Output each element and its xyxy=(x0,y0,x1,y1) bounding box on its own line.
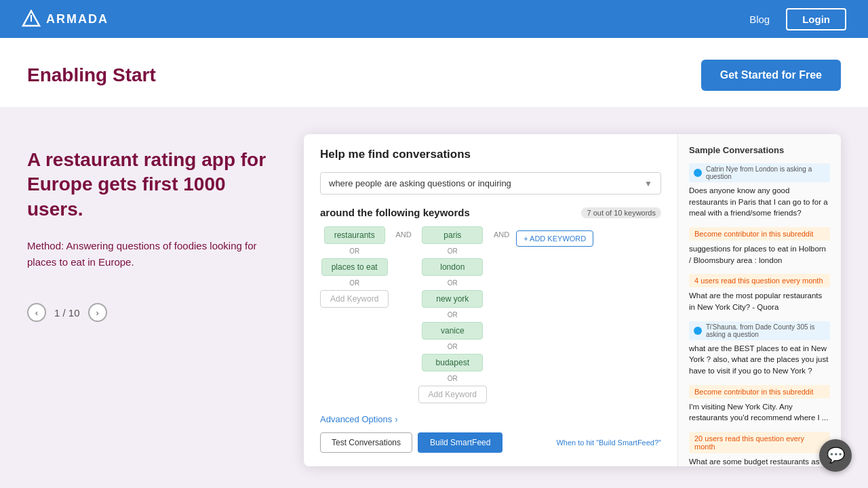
keyword-or: OR xyxy=(448,342,458,351)
nav-right: Blog Login xyxy=(749,8,846,30)
add-keyword-button[interactable]: + ADD KEYWORD xyxy=(516,230,593,247)
chevron-right-icon: › xyxy=(395,414,397,424)
chat-bubble[interactable]: 💬 xyxy=(819,439,852,472)
keywords-title: around the following keywords xyxy=(320,207,470,218)
source-label: Catrin Nye from London is asking a quest… xyxy=(706,165,825,180)
contribute-banner: Become contributor in this subreddit xyxy=(689,385,830,399)
add-keyword-col2[interactable]: Add Keyword xyxy=(418,386,487,403)
app-right-panel: Sample Conversations Catrin Nye from Lon… xyxy=(678,134,841,466)
keyword-or: OR xyxy=(349,279,359,287)
sample-question: What are some budget restaurants as a to… xyxy=(689,456,830,466)
pagination: ‹ 1 / 10 › xyxy=(27,303,271,322)
logo-icon xyxy=(22,9,41,28)
action-buttons: Test Conversations Build SmartFeed xyxy=(320,432,502,453)
sample-item: Become contributor in this subreddit I'm… xyxy=(689,385,830,424)
chat-icon: 💬 xyxy=(827,447,845,464)
keyword-chip[interactable]: places to eat xyxy=(321,258,388,276)
contribute-banner: 4 users read this question every month xyxy=(689,274,830,287)
keyword-or: OR xyxy=(448,247,458,256)
when-to-hit-link[interactable]: When to hit "Build SmartFeed?" xyxy=(556,439,661,447)
contribute-banner: Become contributor in this subreddit xyxy=(689,227,830,241)
logo-text: ARMADA xyxy=(46,12,108,26)
test-conversations-button[interactable]: Test Conversations xyxy=(320,432,412,453)
keyword-chip[interactable]: new york xyxy=(422,290,483,308)
sample-conversations-title: Sample Conversations xyxy=(689,145,830,155)
left-headline: A restaurant rating app for Europe gets … xyxy=(27,148,271,222)
pagination-label: 1 / 10 xyxy=(54,307,80,319)
contribute-banner: 20 users read this question every month xyxy=(689,432,830,453)
keyword-or: OR xyxy=(349,247,359,256)
source-label: Ti'Shauna. from Dade County 305 is askin… xyxy=(706,323,825,338)
main-content: A restaurant rating app for Europe gets … xyxy=(0,107,868,488)
build-smartfeed-button[interactable]: Build SmartFeed xyxy=(418,432,502,453)
keyword-chip[interactable]: london xyxy=(422,258,483,276)
app-title: Help me find conversations xyxy=(320,148,661,161)
keywords-badge: 7 out of 10 keywords xyxy=(581,207,661,218)
source-icon xyxy=(694,169,702,177)
sample-item: Ti'Shauna. from Dade County 305 is askin… xyxy=(689,321,830,377)
sample-question: Does anyone know any good restaurants in… xyxy=(689,185,830,219)
blog-link[interactable]: Blog xyxy=(749,14,770,25)
keyword-or: OR xyxy=(448,374,458,383)
sample-question: suggestions for places to eat in Holborn… xyxy=(689,243,830,266)
logo: ARMADA xyxy=(22,9,108,28)
keyword-and-connector: AND xyxy=(395,226,411,239)
keyword-and-connector-2: AND xyxy=(494,226,509,239)
sample-item: Become contributor in this subreddit sug… xyxy=(689,227,830,266)
sample-item: Catrin Nye from London is asking a quest… xyxy=(689,163,830,219)
sample-source: Catrin Nye from London is asking a quest… xyxy=(689,163,830,182)
left-panel: A restaurant rating app for Europe gets … xyxy=(27,134,271,322)
advanced-options-link[interactable]: Advanced Options › xyxy=(320,414,661,424)
sample-question: what are the BEST places to eat in New Y… xyxy=(689,343,830,377)
sample-question: What are the most popular restaurants in… xyxy=(689,290,830,312)
intent-dropdown-value: where people are asking questions or inq… xyxy=(329,178,511,188)
page-title: Enabling Start xyxy=(27,64,156,86)
keyword-chip[interactable]: restaurants xyxy=(324,226,385,244)
left-method: Method: Answering questions of foodies l… xyxy=(27,238,271,270)
app-left-panel: Help me find conversations where people … xyxy=(304,134,678,466)
keyword-or: OR xyxy=(448,279,458,287)
login-button[interactable]: Login xyxy=(786,8,846,30)
sample-items-list: Catrin Nye from London is asking a quest… xyxy=(689,163,830,466)
header-section: Enabling Start Get Started for Free xyxy=(0,38,868,107)
keyword-chip[interactable]: budapest xyxy=(422,354,483,371)
intent-dropdown[interactable]: where people are asking questions or inq… xyxy=(320,172,661,195)
sample-item: 4 users read this question every month W… xyxy=(689,274,830,312)
keyword-col-1: restaurants OR places to eat OR Add Keyw… xyxy=(320,226,389,308)
keyword-chip[interactable]: vanice xyxy=(422,322,483,340)
sample-question: I'm visiting New York City. Any restaura… xyxy=(689,401,830,424)
keyword-or: OR xyxy=(448,310,458,319)
keyword-chip[interactable]: paris xyxy=(422,226,483,244)
sample-item: 20 users read this question every month … xyxy=(689,432,830,466)
get-started-button[interactable]: Get Started for Free xyxy=(701,60,841,91)
app-footer: Test Conversations Build SmartFeed When … xyxy=(320,432,661,453)
pagination-prev[interactable]: ‹ xyxy=(27,303,46,322)
source-icon xyxy=(694,327,702,335)
sample-source: Ti'Shauna. from Dade County 305 is askin… xyxy=(689,321,830,340)
app-screenshot: Help me find conversations where people … xyxy=(304,134,841,466)
pagination-next[interactable]: › xyxy=(88,303,107,322)
keywords-header: around the following keywords 7 out of 1… xyxy=(320,207,661,218)
add-keyword-col1[interactable]: Add Keyword xyxy=(320,290,389,308)
navbar: ARMADA Blog Login xyxy=(0,0,868,38)
keyword-col-2: paris OR london OR new york OR vanice OR… xyxy=(418,226,487,403)
dropdown-chevron-icon: ▼ xyxy=(644,179,652,188)
